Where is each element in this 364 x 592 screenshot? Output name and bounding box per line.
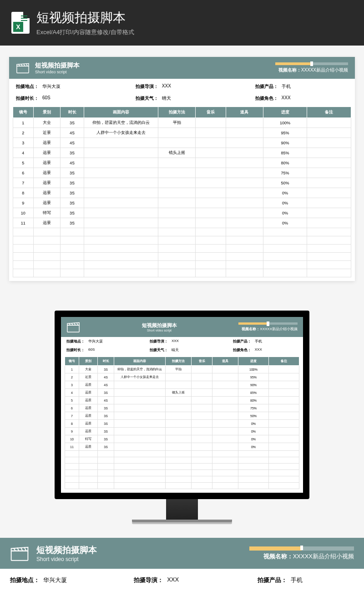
cell-empty[interactable]	[114, 483, 166, 489]
cell-empty[interactable]	[263, 261, 307, 269]
cell-empty[interactable]	[269, 451, 299, 457]
cell-duration[interactable]: 4S	[98, 373, 114, 381]
cell-scene[interactable]: 远景	[79, 420, 97, 428]
cell-content[interactable]	[114, 389, 166, 397]
cell-method[interactable]	[166, 428, 192, 435]
cell-note[interactable]	[307, 118, 351, 128]
cell-empty[interactable]	[61, 253, 84, 261]
cell-num[interactable]: 7	[65, 412, 79, 420]
cell-note[interactable]	[269, 389, 299, 397]
cell-music[interactable]	[196, 198, 226, 208]
cell-empty[interactable]	[61, 245, 84, 253]
cell-note[interactable]	[307, 218, 351, 228]
cell-num[interactable]: 8	[65, 420, 79, 428]
cell-empty[interactable]	[226, 245, 263, 253]
cell-progress[interactable]: 0%	[263, 208, 307, 218]
cell-music[interactable]	[196, 208, 226, 218]
cell-props[interactable]	[226, 178, 263, 188]
cell-method[interactable]: 平拍	[158, 118, 196, 128]
cell-empty[interactable]	[196, 236, 226, 245]
cell-empty[interactable]	[65, 464, 79, 470]
cell-music[interactable]	[192, 366, 212, 373]
cell-empty[interactable]	[84, 253, 158, 261]
cell-empty[interactable]	[158, 245, 196, 253]
cell-props[interactable]	[226, 198, 263, 208]
cell-duration[interactable]: 3S	[61, 148, 84, 158]
cell-empty[interactable]	[33, 253, 60, 261]
cell-props[interactable]	[212, 381, 238, 389]
cell-scene[interactable]: 远景	[33, 188, 60, 198]
cell-props[interactable]	[212, 435, 238, 443]
cell-music[interactable]	[196, 168, 226, 178]
cell-content[interactable]	[84, 188, 158, 198]
cell-num[interactable]: 2	[13, 128, 34, 138]
cell-empty[interactable]	[307, 269, 351, 277]
cell-empty[interactable]	[13, 236, 34, 245]
cell-empty[interactable]	[33, 228, 60, 236]
cell-content[interactable]	[114, 428, 166, 435]
cell-scene[interactable]: 远景	[33, 178, 60, 188]
cell-progress[interactable]: 90%	[263, 138, 307, 148]
cell-empty[interactable]	[33, 261, 60, 269]
cell-empty[interactable]	[98, 451, 114, 457]
cell-empty[interactable]	[98, 457, 114, 464]
cell-note[interactable]	[307, 168, 351, 178]
cell-progress[interactable]: 0%	[238, 428, 269, 435]
cell-note[interactable]	[307, 128, 351, 138]
cell-empty[interactable]	[61, 236, 84, 245]
cell-progress[interactable]: 50%	[238, 412, 269, 420]
cell-num[interactable]: 10	[65, 435, 79, 443]
cell-props[interactable]	[226, 148, 263, 158]
cell-empty[interactable]	[166, 464, 192, 470]
cell-empty[interactable]	[98, 476, 114, 483]
cell-music[interactable]	[192, 397, 212, 404]
cell-note[interactable]	[307, 178, 351, 188]
cell-empty[interactable]	[158, 269, 196, 277]
cell-empty[interactable]	[196, 253, 226, 261]
cell-empty[interactable]	[238, 464, 269, 470]
cell-props[interactable]	[226, 138, 263, 148]
cell-scene[interactable]: 远景	[79, 412, 97, 420]
cell-scene[interactable]: 远景	[79, 404, 97, 412]
cell-duration[interactable]: 3S	[98, 435, 114, 443]
cell-note[interactable]	[269, 381, 299, 389]
cell-empty[interactable]	[114, 470, 166, 476]
cell-content[interactable]	[114, 397, 166, 404]
cell-music[interactable]	[192, 428, 212, 435]
cell-note[interactable]	[307, 208, 351, 218]
cell-num[interactable]: 9	[65, 428, 79, 435]
cell-note[interactable]	[269, 373, 299, 381]
cell-duration[interactable]: 3S	[98, 420, 114, 428]
cell-scene[interactable]: 远景	[33, 198, 60, 208]
cell-content[interactable]	[114, 412, 166, 420]
cell-note[interactable]	[307, 158, 351, 168]
cell-empty[interactable]	[114, 457, 166, 464]
cell-empty[interactable]	[114, 451, 166, 457]
cell-empty[interactable]	[79, 483, 97, 489]
cell-empty[interactable]	[196, 245, 226, 253]
cell-progress[interactable]: 0%	[263, 218, 307, 228]
cell-props[interactable]	[226, 218, 263, 228]
cell-scene[interactable]: 远景	[33, 158, 60, 168]
cell-empty[interactable]	[238, 470, 269, 476]
cell-scene[interactable]: 特写	[79, 435, 97, 443]
cell-progress[interactable]: 50%	[263, 178, 307, 188]
cell-empty[interactable]	[98, 483, 114, 489]
cell-props[interactable]	[226, 128, 263, 138]
cell-note[interactable]	[307, 198, 351, 208]
cell-empty[interactable]	[263, 269, 307, 277]
cell-method[interactable]	[166, 373, 192, 381]
cell-empty[interactable]	[307, 236, 351, 245]
cell-empty[interactable]	[166, 470, 192, 476]
cell-empty[interactable]	[238, 451, 269, 457]
cell-empty[interactable]	[192, 470, 212, 476]
cell-empty[interactable]	[212, 464, 238, 470]
cell-empty[interactable]	[166, 483, 192, 489]
cell-scene[interactable]: 远景	[79, 389, 97, 397]
cell-empty[interactable]	[13, 269, 34, 277]
cell-content[interactable]	[84, 178, 158, 188]
cell-empty[interactable]	[13, 245, 34, 253]
cell-note[interactable]	[307, 148, 351, 158]
cell-empty[interactable]	[226, 228, 263, 236]
cell-music[interactable]	[196, 158, 226, 168]
